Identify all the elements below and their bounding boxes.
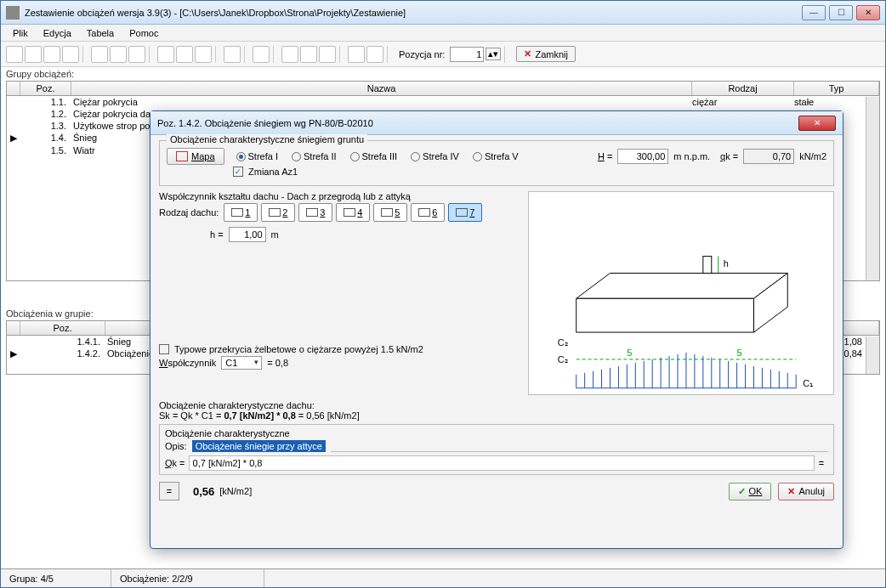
- col-poz[interactable]: Poz.: [20, 82, 71, 95]
- result-value: 0,56: [193, 485, 214, 498]
- h-unit: m: [271, 229, 279, 240]
- menu-plik[interactable]: Plik: [6, 26, 35, 40]
- svg-marker-0: [576, 273, 788, 298]
- status-grupa: Grupa: 4/5: [1, 569, 111, 587]
- table-row[interactable]: 1.1.Ciężar pokryciaciężarstałe: [7, 96, 879, 108]
- zone-radio-4[interactable]: Strefa IV: [411, 151, 459, 161]
- svg-text:C₂: C₂: [558, 354, 568, 365]
- toolbar-open-icon[interactable]: [25, 46, 42, 63]
- col2-poz[interactable]: Poz.: [20, 321, 105, 335]
- toolbar-new-icon[interactable]: [6, 46, 23, 63]
- col-rodzaj[interactable]: Rodzaj: [692, 82, 794, 95]
- H-label: H =: [598, 151, 612, 161]
- typowe-checkbox[interactable]: [159, 344, 169, 354]
- result-unit: [kN/m2]: [219, 486, 252, 496]
- toolbar-icon-10[interactable]: [195, 46, 212, 63]
- roof-type-5[interactable]: 5: [373, 203, 407, 222]
- diagram-panel: h C₂ C₂ C₁ 5 5: [528, 191, 834, 395]
- h-input[interactable]: [229, 227, 266, 242]
- pozycja-label: Pozycja nr:: [399, 49, 445, 59]
- qk-unit: kN/m2: [799, 151, 826, 161]
- x-icon: ✕: [787, 486, 795, 497]
- toolbar-icon-17[interactable]: [366, 46, 383, 63]
- mapa-icon: [176, 151, 188, 161]
- spinner-icon[interactable]: ▴▾: [486, 48, 501, 60]
- roof-type-2[interactable]: 2: [261, 203, 295, 222]
- char-label: Obciążenie charakterystyczne: [165, 428, 828, 438]
- pozycja-input[interactable]: [450, 47, 484, 62]
- zone-radio-5[interactable]: Strefa V: [473, 151, 519, 161]
- H-input[interactable]: [617, 149, 668, 164]
- ok-button[interactable]: ✓ OK: [729, 483, 772, 500]
- qk-input: [743, 149, 794, 164]
- toolbar-close-button[interactable]: ✕ Zamknij: [516, 46, 576, 62]
- roof-shape-icon: [306, 208, 318, 217]
- svg-text:5: 5: [737, 348, 742, 358]
- wsp-eq: = 0,8: [267, 358, 288, 368]
- qkrow-value[interactable]: 0,7 [kN/m2] * 0,8: [189, 455, 815, 471]
- menu-tabela[interactable]: Tabela: [80, 26, 121, 40]
- maximize-button[interactable]: ☐: [829, 5, 853, 20]
- qk-label: qk =: [720, 151, 738, 161]
- opis-input[interactable]: Obciążenie śniegie przy attyce: [192, 440, 326, 452]
- toolbar-save-icon[interactable]: [43, 46, 60, 63]
- calc-button[interactable]: =: [159, 482, 179, 500]
- toolbar-preview-icon[interactable]: [176, 46, 193, 63]
- toolbar-icon-7[interactable]: [128, 46, 145, 63]
- toolbar-icon-6[interactable]: [110, 46, 127, 63]
- rodzaj-label: Rodzaj dachu:: [159, 207, 219, 218]
- dachu-label: Obciążenie charakterystyczne dachu:: [159, 400, 834, 410]
- roof-shape-icon: [269, 208, 281, 217]
- roof-type-7[interactable]: 7: [448, 203, 482, 222]
- zmiana-label: Zmiana Az1: [248, 167, 298, 177]
- zone-radio-2[interactable]: Strefa II: [292, 151, 337, 161]
- app-icon: [6, 6, 20, 20]
- wsp-combo[interactable]: C1: [221, 356, 262, 370]
- zone-radio-3[interactable]: Strefa III: [350, 151, 398, 161]
- svg-text:C₁: C₁: [803, 378, 813, 388]
- toolbar-help-icon[interactable]: [348, 46, 365, 63]
- roof-shape-icon: [231, 208, 243, 217]
- wsp-label: Współczynnik: [159, 358, 216, 368]
- col-typ[interactable]: Typ: [794, 82, 879, 95]
- zmiana-checkbox[interactable]: ✓: [233, 167, 243, 177]
- anuluj-button[interactable]: ✕ Anuluj: [778, 483, 834, 500]
- toolbar-undo-icon[interactable]: [224, 46, 241, 63]
- roof-type-1[interactable]: 1: [224, 203, 258, 222]
- close-button[interactable]: ✕: [856, 5, 880, 20]
- toolbar-print-icon[interactable]: [157, 46, 174, 63]
- minimize-button[interactable]: —: [802, 5, 826, 20]
- sk-formula: Sk = Qk * C1 = 0,7 [kN/m2] * 0,8 = 0,56 …: [159, 410, 834, 421]
- h-label: h =: [210, 229, 224, 240]
- roof-shape-icon: [456, 208, 468, 217]
- toolbar-icon-5[interactable]: [91, 46, 108, 63]
- qkrow-label: Qk =: [165, 458, 185, 468]
- roof-type-6[interactable]: 6: [411, 203, 445, 222]
- ok-label: OK: [749, 486, 763, 496]
- menu-edycja[interactable]: Edycja: [37, 26, 78, 40]
- groups-section-label: Grupy obciążeń:: [1, 67, 885, 81]
- scrollbar[interactable]: [866, 97, 879, 280]
- menu-pomoc[interactable]: Pomoc: [122, 26, 165, 40]
- dialog-close-button[interactable]: ✕: [798, 116, 836, 131]
- svg-rect-3: [703, 257, 712, 274]
- status-obciazenie: Obciążenie: 2/2/9: [111, 569, 264, 587]
- col-nazwa[interactable]: Nazwa: [71, 82, 692, 95]
- scrollbar-2[interactable]: [866, 336, 879, 374]
- toolbar-icon-13[interactable]: [281, 46, 298, 63]
- roof-type-3[interactable]: 3: [298, 203, 332, 222]
- check-icon: ✓: [738, 486, 746, 497]
- toolbar-icon-15[interactable]: [319, 46, 336, 63]
- mapa-label: Mapa: [191, 151, 215, 161]
- roof-shape-icon: [344, 208, 355, 217]
- roof-type-4[interactable]: 4: [336, 203, 370, 222]
- zone-radio-1[interactable]: Strefa I: [236, 151, 278, 161]
- toolbar-saveall-icon[interactable]: [62, 46, 79, 63]
- mapa-button[interactable]: Mapa: [167, 148, 224, 165]
- window-title: Zestawienie obciążeń wersja 3.9(3) - [C:…: [25, 8, 802, 18]
- toolbar-copy-icon[interactable]: [253, 46, 270, 63]
- svg-text:5: 5: [627, 348, 632, 358]
- typowe-label: Typowe przekrycia żelbetowe o ciężarze p…: [174, 344, 423, 354]
- svg-text:C₂: C₂: [558, 337, 568, 348]
- toolbar-icon-14[interactable]: [300, 46, 317, 63]
